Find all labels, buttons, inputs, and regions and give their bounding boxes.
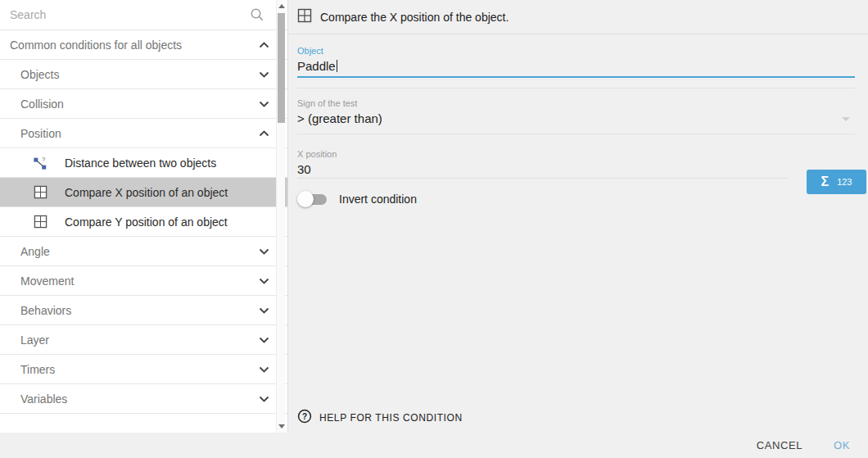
- toggle-knob: [297, 191, 314, 207]
- invert-condition-row: Invert condition: [297, 191, 855, 207]
- expression-editor-button[interactable]: Σ 123: [807, 170, 866, 194]
- object-field-label: Object: [297, 46, 855, 56]
- panel-header: Compare the X position of the object.: [289, 0, 868, 34]
- chevron-down-icon: [842, 117, 850, 121]
- parameter-fields: Object Paddle Sign of the test > (greate…: [289, 46, 868, 207]
- category-label: Collision: [20, 97, 64, 111]
- help-link-label: HELP FOR THIS CONDITION: [319, 412, 463, 424]
- distance-icon: ?: [33, 156, 47, 170]
- sidebar-item-angle[interactable]: Angle: [0, 237, 287, 266]
- sidebar-item-behaviors[interactable]: Behaviors: [0, 296, 287, 325]
- search-icon: [250, 7, 264, 22]
- category-label: Variables: [20, 392, 67, 406]
- sidebar-list: Common conditions for all objectsObjects…: [0, 30, 287, 414]
- sigma-icon: Σ: [821, 175, 830, 189]
- condition-label: Distance between two objects: [65, 156, 216, 170]
- x-position-section: X position 30 Σ 123: [297, 149, 855, 179]
- sidebar-item-objects[interactable]: Objects: [0, 60, 287, 89]
- object-field-value: Paddle: [297, 59, 336, 73]
- category-label: Timers: [20, 363, 55, 376]
- dialog-footer: CANCEL OK: [0, 433, 868, 458]
- scrollbar-thumb[interactable]: [278, 13, 285, 123]
- category-label: Common conditions for all objects: [10, 39, 182, 52]
- scroll-down-icon[interactable]: [278, 424, 285, 429]
- sidebar-item-distance-between-two-objects[interactable]: ?Distance between two objects: [0, 148, 287, 178]
- object-field-underline: [297, 76, 855, 78]
- chevron-down-icon: [259, 278, 269, 284]
- sidebar-scrollbar[interactable]: [276, 0, 285, 433]
- ok-button[interactable]: OK: [834, 439, 850, 451]
- sign-select[interactable]: > (greater than): [297, 111, 855, 126]
- cancel-button[interactable]: CANCEL: [757, 439, 802, 451]
- category-label: Behaviors: [20, 304, 71, 317]
- scroll-up-icon[interactable]: [278, 4, 285, 8]
- sidebar-item-timers[interactable]: Timers: [0, 355, 287, 384]
- chevron-down-icon: [259, 366, 269, 373]
- sidebar-item-common-conditions-for-all-objects[interactable]: Common conditions for all objects: [0, 30, 287, 60]
- sidebar-item-position[interactable]: Position: [0, 119, 287, 148]
- x-position-field-label: X position: [297, 149, 855, 159]
- category-label: Movement: [20, 274, 74, 288]
- sidebar-item-compare-y-position-of-an-object[interactable]: Compare Y position of an object: [0, 207, 287, 237]
- svg-text:?: ?: [302, 412, 307, 421]
- category-label: Angle: [20, 245, 50, 258]
- grid-square-icon: [33, 215, 47, 229]
- section-divider: [297, 134, 855, 134]
- condition-label: Compare X position of an object: [65, 186, 228, 199]
- x-position-underline: [297, 178, 788, 179]
- invert-condition-label: Invert condition: [339, 193, 417, 206]
- chevron-down-icon: [259, 307, 269, 314]
- chevron-down-icon: [259, 337, 269, 343]
- chevron-down-icon: [259, 396, 269, 402]
- help-link[interactable]: ? HELP FOR THIS CONDITION: [297, 409, 463, 427]
- object-field-input[interactable]: Paddle: [297, 59, 855, 74]
- grid-square-icon: [297, 8, 312, 26]
- svg-text:?: ?: [42, 156, 45, 163]
- category-label: Objects: [20, 68, 59, 81]
- condition-settings-panel: Compare the X position of the object. Ob…: [289, 0, 868, 433]
- condition-label: Compare Y position of an object: [65, 215, 228, 229]
- panel-title: Compare the X position of the object.: [320, 11, 509, 24]
- sign-field-label: Sign of the test: [297, 98, 855, 108]
- category-label: Layer: [20, 333, 49, 347]
- x-position-input[interactable]: 30: [297, 162, 855, 177]
- sign-select-value: > (greater than): [297, 111, 382, 125]
- sidebar-item-layer[interactable]: Layer: [0, 325, 287, 355]
- category-label: Position: [20, 127, 61, 140]
- chevron-up-icon: [259, 42, 269, 48]
- help-question-icon: ?: [297, 409, 312, 427]
- chevron-down-icon: [259, 71, 269, 78]
- chevron-down-icon: [259, 248, 269, 255]
- sidebar-item-movement[interactable]: Movement: [0, 266, 287, 296]
- condition-editor-dialog: Common conditions for all objectsObjects…: [0, 0, 868, 458]
- grid-square-icon: [33, 185, 47, 200]
- numbers-icon: 123: [837, 177, 852, 187]
- text-caret: [337, 60, 337, 72]
- search-input[interactable]: [10, 8, 250, 21]
- section-divider: [297, 88, 855, 88]
- sidebar-item-collision[interactable]: Collision: [0, 89, 287, 119]
- sidebar-item-variables[interactable]: Variables: [0, 384, 287, 414]
- chevron-up-icon: [259, 130, 269, 137]
- chevron-down-icon: [259, 101, 269, 107]
- search-row: [0, 0, 287, 30]
- conditions-sidebar: Common conditions for all objectsObjects…: [0, 0, 288, 433]
- invert-condition-toggle[interactable]: [297, 191, 328, 207]
- sidebar-item-compare-x-position-of-an-object[interactable]: Compare X position of an object: [0, 178, 287, 207]
